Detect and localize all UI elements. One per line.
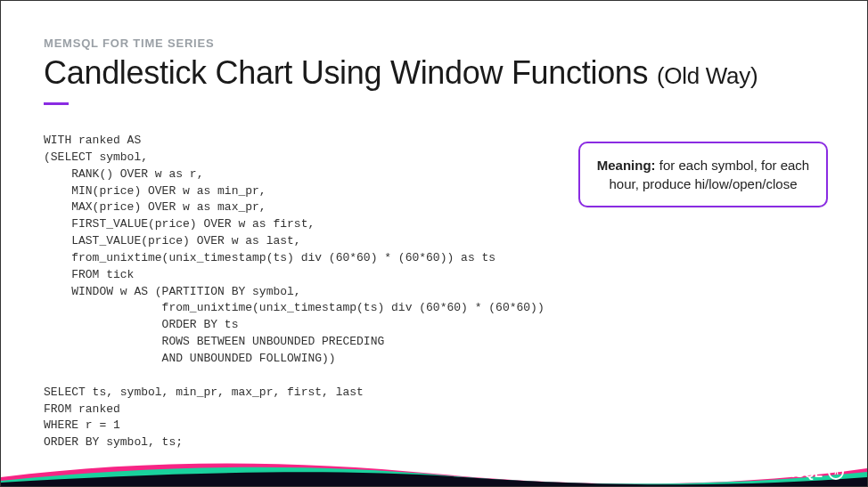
brand-text: memSQL bbox=[764, 465, 823, 480]
footer-wave bbox=[1, 456, 867, 486]
title-main: Candlestick Chart Using Window Functions bbox=[44, 54, 657, 91]
brand-logo-icon: /\ bbox=[828, 464, 844, 480]
slide: MEMSQL FOR TIME SERIES Candlestick Chart… bbox=[0, 0, 868, 487]
callout-label: Meaning: bbox=[597, 158, 656, 173]
title-parenthetical: (Old Way) bbox=[657, 62, 757, 89]
brand-footer: memSQL /\ bbox=[764, 464, 844, 480]
wave-svg bbox=[1, 456, 867, 486]
accent-underline bbox=[44, 102, 69, 105]
meaning-callout: Meaning: for each symbol, for each hour,… bbox=[578, 142, 828, 207]
slide-title: Candlestick Chart Using Window Functions… bbox=[44, 54, 831, 92]
eyebrow-text: MEMSQL FOR TIME SERIES bbox=[44, 37, 214, 50]
